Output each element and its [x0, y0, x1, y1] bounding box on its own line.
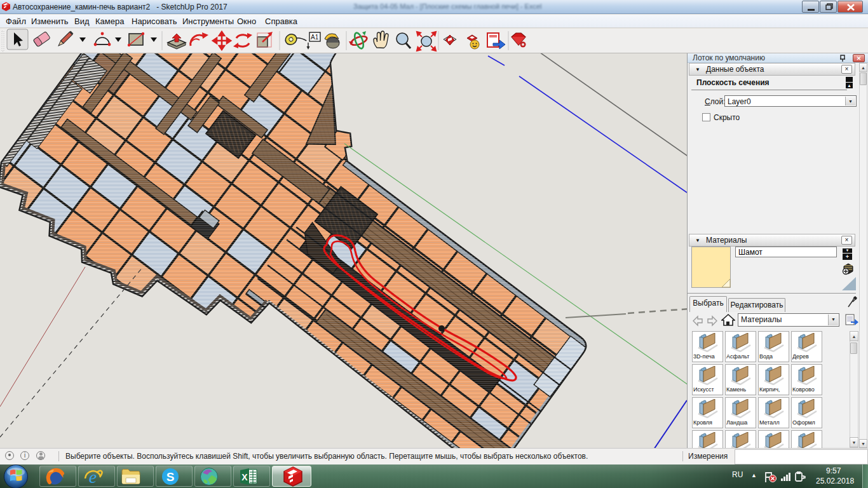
svg-text:A1: A1: [311, 34, 319, 41]
svg-text:X: X: [241, 472, 248, 482]
svg-text:S: S: [166, 470, 175, 484]
svg-text:e: e: [89, 467, 97, 487]
